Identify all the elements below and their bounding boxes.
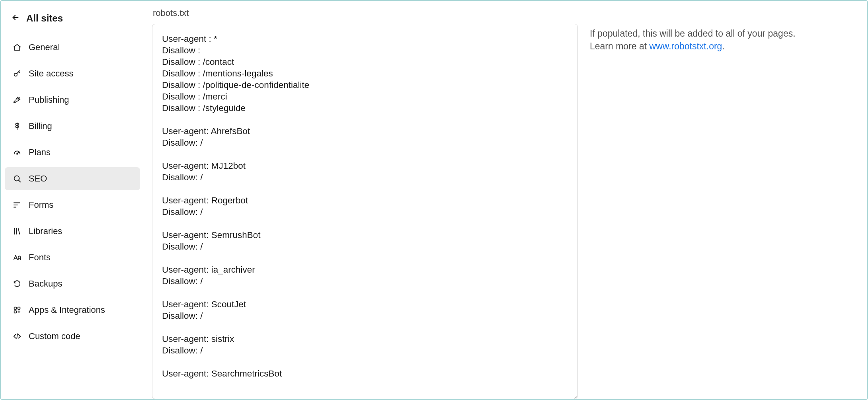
svg-rect-6	[14, 311, 17, 313]
sidebar-item-label: Libraries	[29, 226, 62, 236]
bars-icon	[13, 201, 21, 209]
libraries-icon	[13, 227, 21, 236]
dollar-icon	[13, 122, 21, 131]
apps-icon	[13, 306, 21, 314]
undo-icon	[13, 279, 21, 288]
fonts-icon	[13, 253, 21, 262]
sidebar-item-fonts[interactable]: Fonts	[5, 246, 140, 269]
svg-point-1	[18, 98, 19, 99]
main-content: robots.txt If populated, this will be ad…	[144, 1, 867, 399]
sidebar-item-publishing[interactable]: Publishing	[5, 88, 140, 111]
sidebar-item-label: Billing	[29, 121, 52, 131]
sidebar-item-seo[interactable]: SEO	[5, 167, 140, 190]
sidebar-item-custom-code[interactable]: Custom code	[5, 325, 140, 348]
sidebar-item-billing[interactable]: Billing	[5, 115, 140, 138]
sidebar-item-plans[interactable]: Plans	[5, 141, 140, 164]
sidebar-item-label: Backups	[29, 279, 62, 289]
key-icon	[13, 69, 21, 78]
sidebar-item-label: Site access	[29, 68, 74, 79]
sidebar-item-label: General	[29, 42, 60, 53]
arrow-left-icon	[11, 13, 20, 24]
sidebar-item-apps-integrations[interactable]: Apps & Integrations	[5, 299, 140, 322]
sidebar-item-label: Plans	[29, 147, 51, 158]
sidebar-item-general[interactable]: General	[5, 36, 140, 59]
sidebar-item-forms[interactable]: Forms	[5, 193, 140, 217]
search-icon	[13, 174, 21, 183]
sidebar-item-label: Publishing	[29, 95, 69, 105]
code-icon	[13, 332, 21, 341]
gauge-icon	[13, 148, 21, 157]
sidebar: All sites General Site access Publishing	[1, 1, 144, 399]
sidebar-item-label: Forms	[29, 200, 53, 210]
back-all-sites[interactable]: All sites	[5, 10, 140, 36]
rocket-icon	[13, 96, 21, 104]
back-label: All sites	[26, 13, 63, 24]
home-icon	[13, 43, 21, 52]
robots-textarea[interactable]	[152, 24, 578, 399]
robots-field-label: robots.txt	[152, 8, 578, 18]
sidebar-item-label: Custom code	[29, 331, 80, 341]
svg-rect-5	[18, 307, 20, 310]
help-text-suffix: .	[722, 41, 724, 51]
sidebar-item-libraries[interactable]: Libraries	[5, 220, 140, 243]
robots-help-text: If populated, this will be added to all …	[590, 8, 805, 399]
sidebar-item-label: Fonts	[29, 252, 51, 263]
robots-learn-more-link[interactable]: www.robotstxt.org	[650, 41, 722, 51]
sidebar-item-site-access[interactable]: Site access	[5, 62, 140, 85]
sidebar-item-backups[interactable]: Backups	[5, 272, 140, 295]
sidebar-item-label: Apps & Integrations	[29, 305, 105, 315]
sidebar-item-label: SEO	[29, 174, 47, 184]
svg-rect-4	[14, 307, 17, 310]
robots-editor-column: robots.txt	[152, 8, 578, 399]
